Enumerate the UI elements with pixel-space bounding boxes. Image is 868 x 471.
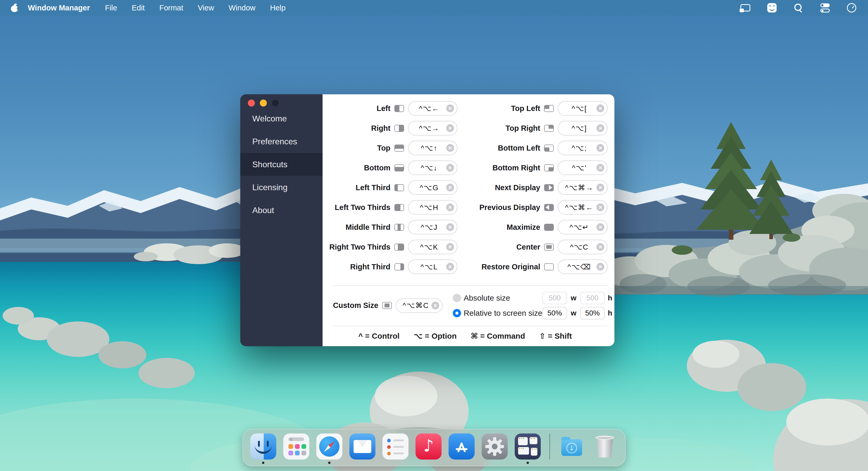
absolute-size-radio[interactable] bbox=[453, 294, 461, 302]
shortcut-field[interactable]: ^⌥⌫ × bbox=[558, 260, 608, 274]
custom-size-shortcut-field[interactable]: ^⌥⌘C × bbox=[396, 298, 442, 313]
smiley-app-icon[interactable] bbox=[767, 3, 777, 13]
shortcut-field[interactable]: ^⌥C × bbox=[558, 240, 608, 254]
shortcut-field[interactable]: ^⌥← × bbox=[408, 101, 458, 116]
shortcut-field[interactable]: ^⌥→ × bbox=[408, 121, 458, 136]
clear-shortcut-button[interactable]: × bbox=[596, 243, 604, 251]
control-center-icon[interactable] bbox=[820, 3, 830, 13]
clear-shortcut-button[interactable]: × bbox=[431, 302, 439, 310]
shortcut-label: Top Right bbox=[505, 124, 540, 133]
shortcut-keys: ^⌥→ bbox=[419, 124, 439, 133]
sidebar-item-licensing[interactable]: Licensing bbox=[240, 176, 322, 199]
dock-item-settings[interactable] bbox=[482, 434, 508, 460]
clear-shortcut-button[interactable]: × bbox=[446, 124, 454, 132]
clock-icon[interactable] bbox=[847, 3, 857, 13]
clear-shortcut-button[interactable]: × bbox=[596, 223, 604, 231]
window-layout-icon[interactable] bbox=[740, 3, 750, 13]
clear-shortcut-button[interactable]: × bbox=[596, 105, 604, 112]
menu-edit[interactable]: Edit bbox=[132, 4, 145, 12]
running-indicator bbox=[527, 462, 529, 464]
shortcut-row-right-two-thirds: Right Two Thirds ^⌥K × bbox=[322, 237, 458, 257]
shortcut-field[interactable]: ^⌥L × bbox=[408, 260, 458, 274]
clear-shortcut-button[interactable]: × bbox=[446, 184, 454, 192]
dock-item-music[interactable]: ♪ bbox=[415, 434, 441, 460]
dock-item-windowmanager[interactable] bbox=[515, 434, 541, 460]
shortcut-field[interactable]: ^⌥[ × bbox=[558, 101, 608, 116]
shortcut-field[interactable]: ^⌥; × bbox=[558, 141, 608, 155]
sidebar-item-about[interactable]: About bbox=[240, 199, 322, 222]
clear-shortcut-button[interactable]: × bbox=[596, 203, 604, 211]
shortcut-field[interactable]: ^⌥↓ × bbox=[408, 160, 458, 175]
shortcut-keys: ^⌥⌫ bbox=[567, 263, 591, 271]
clear-shortcut-button[interactable]: × bbox=[596, 124, 604, 132]
absolute-width-input[interactable]: 500 bbox=[542, 292, 567, 304]
dock-item-launchpad[interactable] bbox=[283, 434, 309, 460]
shortcut-label: Right Third bbox=[350, 263, 391, 271]
clear-shortcut-button[interactable]: × bbox=[446, 223, 454, 231]
sidebar-item-shortcuts[interactable]: Shortcuts bbox=[240, 153, 322, 176]
width-unit-label: w bbox=[569, 294, 578, 302]
shortcut-field[interactable]: ^⌥↑ × bbox=[408, 141, 458, 155]
quad-bl-icon bbox=[544, 145, 554, 152]
minimize-button[interactable] bbox=[260, 99, 267, 107]
app-menu-title[interactable]: Window Manager bbox=[28, 4, 90, 12]
custom-size-label: Custom Size bbox=[333, 301, 378, 310]
shortcut-field[interactable]: ^⌥' × bbox=[558, 160, 608, 175]
shortcut-row-center: Center ^⌥C × bbox=[463, 237, 608, 257]
size-options: Absolute size 500 w 500 h Relative to sc… bbox=[453, 291, 613, 320]
relative-size-radio[interactable] bbox=[453, 309, 461, 317]
dock-item-reminders[interactable] bbox=[382, 434, 408, 460]
height-unit-label: h bbox=[607, 309, 613, 317]
clear-shortcut-button[interactable]: × bbox=[446, 243, 454, 251]
zoom-button[interactable] bbox=[272, 99, 279, 107]
clear-shortcut-button[interactable]: × bbox=[446, 144, 454, 152]
menu-help[interactable]: Help bbox=[270, 4, 286, 12]
sidebar-item-welcome[interactable]: Welcome bbox=[240, 107, 322, 130]
shortcut-field[interactable]: ^⌥J × bbox=[408, 220, 458, 234]
search-icon[interactable] bbox=[794, 3, 803, 13]
shortcut-field[interactable]: ^⌥G × bbox=[408, 180, 458, 195]
shortcut-field[interactable]: ^⌥] × bbox=[558, 121, 608, 136]
dock-item-downloads[interactable]: ↓ bbox=[559, 434, 585, 460]
clear-shortcut-button[interactable]: × bbox=[446, 105, 454, 112]
dock-item-appstore[interactable] bbox=[448, 434, 475, 460]
dock-item-trash[interactable] bbox=[592, 434, 618, 460]
sidebar: WelcomePreferencesShortcutsLicensingAbou… bbox=[240, 94, 322, 346]
clear-shortcut-button[interactable]: × bbox=[446, 203, 454, 211]
menu-view[interactable]: View bbox=[198, 4, 214, 12]
sidebar-item-preferences[interactable]: Preferences bbox=[240, 130, 322, 153]
shortcut-label: Previous Display bbox=[479, 203, 540, 212]
shortcut-row-next-display: Next Display ^⌥⌘→ × bbox=[463, 178, 608, 198]
absolute-height-input[interactable]: 500 bbox=[580, 292, 605, 304]
shortcut-label: Next Display bbox=[495, 183, 540, 192]
apple-menu-icon[interactable] bbox=[11, 4, 18, 12]
clear-shortcut-button[interactable]: × bbox=[596, 164, 604, 172]
menu-window[interactable]: Window bbox=[228, 4, 255, 12]
shortcut-field[interactable]: ^⌥⌘← × bbox=[558, 200, 608, 215]
close-button[interactable] bbox=[248, 99, 255, 107]
shortcut-label: Maximize bbox=[507, 223, 540, 232]
clear-shortcut-button[interactable]: × bbox=[446, 164, 454, 172]
shortcut-field[interactable]: ^⌥K × bbox=[408, 240, 458, 254]
clear-shortcut-button[interactable]: × bbox=[596, 184, 604, 192]
legend-item: ⌥ = Option bbox=[414, 331, 457, 341]
dock-item-mail[interactable] bbox=[349, 434, 375, 460]
shortcut-field[interactable]: ^⌥H × bbox=[408, 200, 458, 215]
shortcut-field[interactable]: ^⌥↵ × bbox=[558, 220, 608, 234]
shortcut-keys: ^⌥' bbox=[572, 164, 587, 172]
shortcut-row-maximize: Maximize ^⌥↵ × bbox=[463, 217, 608, 237]
menu-file[interactable]: File bbox=[105, 4, 117, 12]
clear-shortcut-button[interactable]: × bbox=[446, 263, 454, 271]
relative-height-input[interactable]: 50% bbox=[580, 307, 605, 319]
half-left-icon bbox=[395, 105, 404, 112]
clear-shortcut-button[interactable]: × bbox=[596, 144, 604, 152]
shortcut-field[interactable]: ^⌥⌘→ × bbox=[558, 180, 608, 195]
dock-item-safari[interactable] bbox=[316, 434, 342, 460]
maximize-icon bbox=[544, 224, 554, 231]
menu-bar-status-icons bbox=[740, 3, 857, 13]
relative-width-input[interactable]: 50% bbox=[542, 307, 567, 319]
menu-format[interactable]: Format bbox=[159, 4, 183, 12]
shortcut-keys: ^⌥⌘C bbox=[403, 301, 429, 310]
dock-item-finder[interactable] bbox=[250, 434, 276, 460]
clear-shortcut-button[interactable]: × bbox=[596, 263, 604, 271]
